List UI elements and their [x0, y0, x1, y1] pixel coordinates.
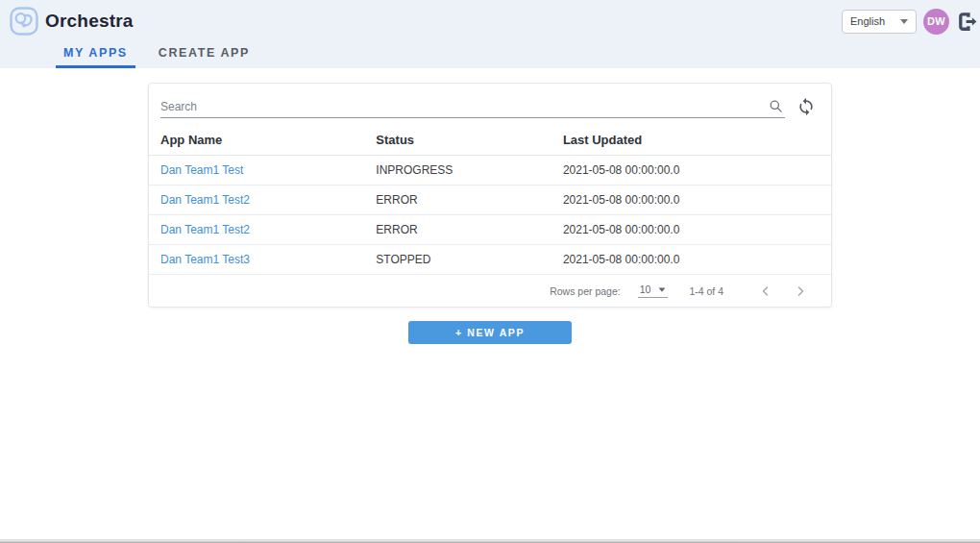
- caret-down-icon: [659, 287, 666, 291]
- top-band: Orchestra English DW MY APPS CREATE AP: [0, 0, 980, 68]
- new-app-container: + NEW APP: [0, 321, 980, 344]
- new-app-button[interactable]: + NEW APP: [408, 321, 572, 344]
- last-updated-cell: 2021-05-08 00:00:00.0: [551, 215, 831, 245]
- tab-my-apps[interactable]: MY APPS: [56, 38, 135, 68]
- previous-page-button[interactable]: [748, 285, 783, 297]
- last-updated-cell: 2021-05-08 00:00:00.0: [551, 156, 831, 185]
- rows-per-page-value: 10: [640, 284, 651, 295]
- last-updated-cell: 2021-05-08 00:00:00.0: [551, 185, 831, 215]
- column-header-status: Status: [364, 126, 551, 156]
- app-header: Orchestra English DW: [0, 4, 980, 38]
- tab-create-app[interactable]: CREATE APP: [151, 38, 257, 68]
- apps-card: App Name Status Last Updated Dan Team1 T…: [148, 83, 832, 308]
- chevron-left-icon: [760, 285, 772, 297]
- column-header-app-name: App Name: [149, 126, 364, 156]
- next-page-button[interactable]: [783, 285, 818, 297]
- table-row: Dan Team1 Test2 ERROR 2021-05-08 00:00:0…: [149, 215, 831, 245]
- avatar-initials: DW: [927, 15, 945, 27]
- search-row: [149, 84, 831, 118]
- window-bottom-edge: [0, 539, 980, 543]
- language-select-value: English: [850, 15, 885, 27]
- chevron-right-icon: [795, 285, 806, 297]
- pagination-range: 1-4 of 4: [689, 285, 723, 297]
- brand: Orchestra: [10, 7, 134, 36]
- app-name-link[interactable]: Dan Team1 Test3: [160, 253, 250, 266]
- search-input[interactable]: [160, 100, 767, 113]
- search-icon[interactable]: [767, 99, 785, 113]
- pagination-bar: Rows per page: 10 1-4 of 4: [149, 275, 831, 307]
- last-updated-cell: 2021-05-08 00:00:00.0: [551, 245, 831, 275]
- search-field: [160, 99, 785, 118]
- app-name-link[interactable]: Dan Team1 Test2: [160, 193, 250, 207]
- orchestra-logo-icon: [10, 7, 38, 36]
- logout-button[interactable]: [956, 10, 980, 34]
- header-actions: English DW: [842, 9, 978, 35]
- app-name-link[interactable]: Dan Team1 Test2: [160, 223, 250, 236]
- language-select[interactable]: English: [842, 10, 917, 34]
- status-cell: INPROGRESS: [364, 156, 551, 185]
- apps-table: App Name Status Last Updated Dan Team1 T…: [149, 126, 831, 275]
- app-title: Orchestra: [45, 11, 134, 32]
- app-name-link[interactable]: Dan Team1 Test: [160, 163, 243, 177]
- table-row: Dan Team1 Test INPROGRESS 2021-05-08 00:…: [149, 156, 831, 185]
- avatar[interactable]: DW: [923, 9, 949, 35]
- caret-down-icon: [900, 19, 908, 24]
- status-cell: STOPPED: [364, 245, 551, 275]
- table-row: Dan Team1 Test2 ERROR 2021-05-08 00:00:0…: [149, 185, 831, 215]
- status-cell: ERROR: [364, 215, 551, 245]
- rows-per-page-label: Rows per page:: [550, 285, 621, 297]
- status-cell: ERROR: [364, 185, 551, 215]
- table-row: Dan Team1 Test3 STOPPED 2021-05-08 00:00…: [149, 245, 831, 275]
- logout-icon: [956, 10, 980, 34]
- tab-bar: MY APPS CREATE APP: [0, 38, 980, 68]
- rows-per-page-select[interactable]: 10: [638, 284, 669, 298]
- refresh-button[interactable]: [796, 97, 816, 116]
- column-header-last-updated: Last Updated: [551, 126, 831, 156]
- main-content: App Name Status Last Updated Dan Team1 T…: [0, 68, 980, 344]
- table-header-row: App Name Status Last Updated: [149, 126, 831, 156]
- refresh-icon: [796, 97, 816, 116]
